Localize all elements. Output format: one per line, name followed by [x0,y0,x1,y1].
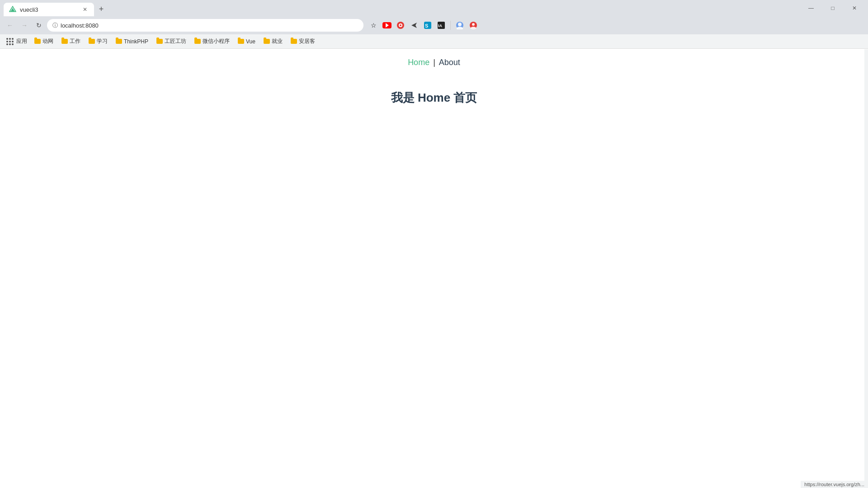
new-tab-button[interactable]: + [95,3,108,15]
svg-text:S: S [425,23,428,28]
toolbar-icons: ☆ S [367,19,480,32]
bookmark-vue[interactable]: Vue [234,38,259,46]
extension-svg-3: S [424,21,432,29]
extension-svg-2 [410,21,418,29]
bookmark-jiuye[interactable]: 就业 [260,37,286,46]
back-button: ← [4,19,16,32]
bookmark-weixin[interactable]: 微信小程序 [191,37,233,46]
apps-menu-button[interactable]: 应用 [4,37,30,46]
toolbar-divider [450,21,451,30]
status-url: https://router.vuejs.org/zh... [804,482,864,487]
page-heading: 我是 Home 首页 [0,90,868,106]
forward-button: → [18,19,31,32]
title-bar: vuecli3 ✕ + — □ ✕ [0,0,868,16]
star-button[interactable]: ☆ [367,19,380,32]
extension-icon-4[interactable]: IA [435,19,448,32]
apps-label: 应用 [16,38,27,45]
scrollbar[interactable] [864,49,868,488]
extension-svg-4: IA [437,21,445,29]
active-tab[interactable]: vuecli3 ✕ [4,3,94,16]
bookmark-label: 动网 [42,38,53,45]
bookmark-xuexi[interactable]: 学习 [85,37,111,46]
svg-point-13 [472,23,475,26]
bookmark-dongwang[interactable]: 动网 [31,37,57,46]
url-lock-icon: ⓘ [52,22,58,29]
address-bar: ← → ↻ ⓘ localhost:8080 ☆ [0,16,868,34]
svg-text:IA: IA [438,23,443,28]
status-bar: https://router.vuejs.org/zh... [801,481,868,488]
svg-point-4 [400,24,401,26]
extension-svg-1 [396,21,405,29]
folder-icon [264,39,270,44]
apps-grid-icon [6,38,14,45]
folder-icon [156,39,163,44]
page-content: Home | About 我是 Home 首页 [0,49,868,488]
account-button[interactable] [467,19,480,32]
browser-chrome: vuecli3 ✕ + — □ ✕ ← → ↻ ⓘ localhost:8080… [0,0,868,49]
home-nav-link[interactable]: Home [408,58,429,67]
bookmark-label: 微信小程序 [203,38,230,45]
svg-point-14 [471,27,476,29]
bookmarks-bar: 应用 动网 工作 学习 ThinkPHP 工匠工坊 微信小程序 Vu [0,34,868,49]
bookmark-thinkphp[interactable]: ThinkPHP [112,38,152,46]
app-navigation: Home | About [0,49,868,76]
minimize-button[interactable]: — [801,1,821,15]
about-nav-link[interactable]: About [439,58,460,67]
tab-close-button[interactable]: ✕ [81,6,89,13]
tab-favicon [9,6,16,13]
bookmark-label: 安居客 [299,38,315,45]
bookmark-label: 工作 [70,38,80,45]
folder-icon [291,39,297,44]
folder-icon [116,39,122,44]
bookmark-label: 工匠工坊 [165,38,186,45]
profile-button[interactable] [453,19,466,32]
maximize-button[interactable]: □ [823,1,843,15]
folder-icon [194,39,201,44]
folder-icon [89,39,95,44]
reload-button[interactable]: ↻ [33,19,45,32]
profile-svg [456,21,464,29]
svg-point-10 [458,23,462,26]
tab-strip: vuecli3 ✕ + [4,0,801,16]
bookmark-label: Vue [246,38,255,45]
yt-logo [382,22,392,28]
bookmark-label: ThinkPHP [124,38,148,45]
bookmark-anjuke[interactable]: 安居客 [287,37,319,46]
url-bar[interactable]: ⓘ localhost:8080 [47,19,363,32]
bookmark-gongzuo[interactable]: 工作 [58,37,84,46]
extension-icon-3[interactable]: S [421,19,434,32]
bookmark-gongjiang[interactable]: 工匠工坊 [153,37,190,46]
window-controls: — □ ✕ [801,1,864,15]
folder-icon [34,39,41,44]
account-svg [469,21,477,29]
bookmark-label: 学习 [97,38,108,45]
youtube-icon[interactable] [381,19,393,32]
folder-icon [61,39,68,44]
tab-title: vuecli3 [20,6,78,13]
url-text: localhost:8080 [61,22,358,29]
nav-separator: | [433,58,435,67]
extension-icon-2[interactable] [408,19,420,32]
extension-icon-1[interactable] [394,19,407,32]
folder-icon [238,39,244,44]
bookmark-label: 就业 [272,38,283,45]
close-button[interactable]: ✕ [844,1,864,15]
